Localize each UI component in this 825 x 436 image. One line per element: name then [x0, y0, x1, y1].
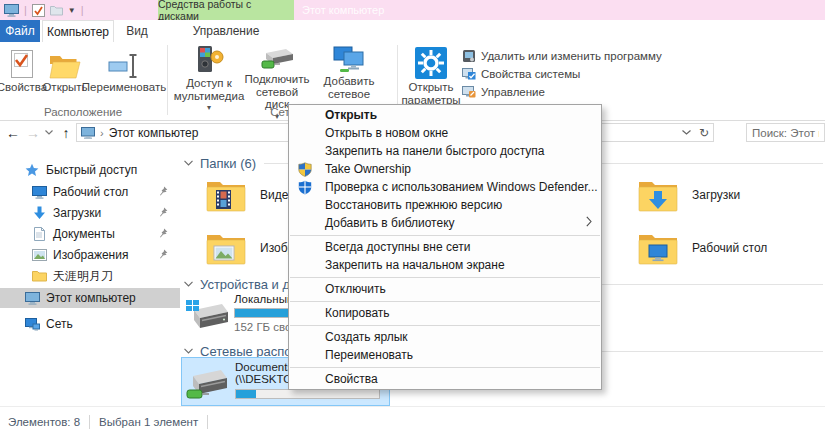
menu-item-defender-scan[interactable]: Проверка с использованием Windows Defend… [289, 178, 601, 196]
breadcrumb-location[interactable]: Этот компьютер [109, 126, 199, 140]
menu-item-pin-to-start[interactable]: Закрепить на начальном экране [289, 256, 601, 274]
pin-icon [158, 207, 168, 217]
menu-item-label: Take Ownership [325, 162, 411, 176]
menu-item-open-new-window[interactable]: Открыть в новом окне [289, 124, 601, 142]
open-button[interactable]: Открыть [44, 45, 86, 107]
address-dropdown-icon[interactable] [682, 130, 691, 135]
menu-separator [290, 301, 600, 302]
items-count: Элементов: 8 [8, 416, 80, 428]
open-settings-button[interactable]: Открыть параметры [402, 45, 460, 107]
system-properties-button[interactable]: Свойства системы [462, 66, 580, 82]
sidebar-item-label: Изображения [53, 248, 128, 262]
tab-view[interactable]: Вид [116, 20, 158, 42]
pin-icon [158, 249, 168, 259]
tile-videos[interactable]: Видео [206, 173, 295, 217]
menu-item-disconnect[interactable]: Отключить [289, 280, 601, 298]
history-dropdown-icon[interactable] [43, 123, 55, 142]
status-bar: Элементов: 8 Выбран 1 элемент [0, 406, 825, 436]
refresh-icon[interactable]: ↻ [699, 126, 709, 140]
folder-icon [31, 268, 47, 284]
menu-item-take-ownership[interactable]: Take Ownership [289, 160, 601, 178]
menu-item-rename[interactable]: Переименовать [289, 346, 601, 364]
sidebar-item-label: Документы [53, 227, 115, 241]
downloads-folder-icon [638, 179, 678, 212]
menu-separator [290, 235, 600, 236]
collapse-chevron-icon[interactable] [184, 160, 193, 166]
tab-manage[interactable]: Управление [158, 20, 294, 42]
sidebar-item-label: Этот компьютер [46, 291, 136, 305]
sidebar-item-game-folder[interactable]: 天涯明月刀 [0, 266, 180, 286]
add-network-location-button[interactable]: Добавить сетевое расположение [302, 45, 396, 107]
properties-label: Свойства [0, 81, 47, 94]
uninstall-program-label: Удалить или изменить программу [481, 50, 662, 62]
menu-separator [290, 367, 600, 368]
settings-gear-icon [415, 45, 447, 79]
menu-item-include-in-library[interactable]: Добавить в библиотеку [289, 214, 601, 232]
up-button[interactable]: ↑ [57, 123, 75, 142]
menu-item-create-shortcut[interactable]: Создать ярлык [289, 328, 601, 346]
quick-access-toolbar: | ▼ | [4, 0, 84, 20]
sidebar-item-documents[interactable]: Документы [0, 224, 180, 244]
sidebar-item-quick-access[interactable]: Быстрый доступ [0, 160, 180, 180]
search-box[interactable] [746, 123, 825, 142]
qat-separator-2: | [81, 4, 84, 16]
system-properties-label: Свойства системы [481, 68, 580, 80]
qat-customize-caret-icon[interactable]: ▼ [68, 6, 76, 15]
uninstall-program-button[interactable]: Удалить или изменить программу [462, 48, 662, 64]
ribbon-tab-row: Файл Компьютер Вид Управление [0, 20, 825, 42]
tile-desktop[interactable]: Рабочий стол [638, 226, 767, 270]
submenu-arrow-icon [586, 216, 592, 227]
menu-item-label: Добавить в библиотеку [325, 216, 455, 230]
contextual-tab-drive-tools[interactable]: Средства работы с дисками [158, 0, 294, 20]
downloads-icon [31, 205, 47, 221]
sidebar-item-desktop[interactable]: Рабочий стол [0, 182, 180, 202]
forward-button[interactable]: → [24, 123, 42, 142]
tab-computer[interactable]: Компьютер [42, 20, 114, 42]
menu-item-pin-quick-access[interactable]: Закрепить на панели быстрого доступа [289, 142, 601, 160]
sidebar-item-pictures[interactable]: Изображения [0, 245, 180, 265]
search-input[interactable] [747, 124, 824, 141]
windows-defender-icon [298, 180, 313, 195]
properties-quick-icon[interactable] [32, 4, 45, 17]
back-button[interactable]: ← [4, 123, 22, 142]
menu-item-open[interactable]: Открыть [289, 106, 601, 124]
tab-file[interactable]: Файл [0, 20, 40, 42]
map-network-drive-button[interactable]: Подключить сетевой диск▾ [246, 45, 308, 107]
open-settings-label: Открыть параметры [401, 81, 460, 106]
sidebar-item-network[interactable]: Сеть [0, 314, 180, 334]
videos-folder-icon [206, 179, 246, 212]
collapse-chevron-icon[interactable] [184, 281, 193, 287]
pictures-folder-icon [206, 232, 246, 265]
uninstall-program-icon [462, 49, 476, 63]
menu-item-properties[interactable]: Свойства [289, 370, 601, 388]
media-access-icon [194, 45, 224, 75]
title-bar: | ▼ | Средства работы с дисками Этот ком… [0, 0, 825, 20]
context-menu: Открыть Открыть в новом окне Закрепить н… [288, 104, 602, 390]
this-pc-icon[interactable] [4, 4, 19, 17]
desktop-icon [31, 184, 47, 200]
collapse-chevron-icon[interactable] [184, 348, 193, 354]
new-folder-quick-icon[interactable] [50, 5, 63, 16]
tile-downloads[interactable]: Загрузки [638, 173, 740, 217]
sidebar-item-label: Рабочий стол [53, 185, 128, 199]
section-header-label: Папки (6) [200, 156, 256, 171]
quick-access-star-icon [24, 162, 40, 178]
sidebar-item-label: 天涯明月刀 [53, 268, 113, 285]
map-drive-icon [260, 45, 294, 71]
manage-button[interactable]: Управление [462, 84, 545, 100]
properties-button[interactable]: Свойства [0, 45, 44, 107]
menu-item-restore-previous[interactable]: Восстановить прежнюю версию [289, 196, 601, 214]
open-folder-icon [49, 45, 81, 79]
rename-label: Переименовать [82, 81, 166, 94]
sidebar-item-label: Быстрый доступ [46, 163, 137, 177]
uac-shield-icon [298, 162, 313, 177]
menu-item-copy[interactable]: Копировать [289, 304, 601, 322]
media-access-button[interactable]: Доступ к мультимедиа▾ [172, 45, 246, 107]
sidebar-item-this-pc[interactable]: Этот компьютер [0, 288, 180, 308]
menu-item-always-available-offline[interactable]: Всегда доступны вне сети [289, 238, 601, 256]
rename-button[interactable]: Переименовать [84, 45, 164, 107]
add-network-location-icon [332, 45, 366, 73]
properties-icon [8, 45, 36, 79]
menu-item-label: Проверка с использованием Windows Defend… [325, 180, 598, 194]
sidebar-item-downloads[interactable]: Загрузки [0, 203, 180, 223]
